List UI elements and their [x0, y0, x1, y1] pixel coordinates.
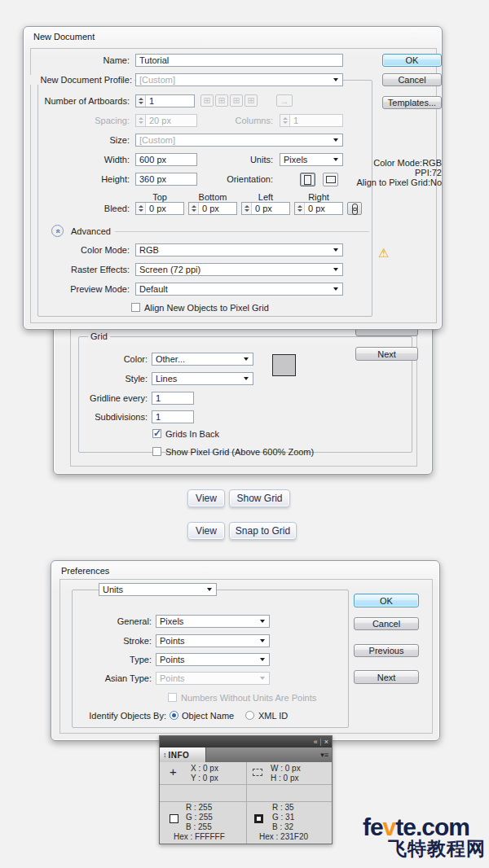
name-input[interactable]: Tutorial	[135, 54, 343, 67]
tab-info[interactable]: ↕ INFO	[160, 747, 206, 762]
arrange-row-icon[interactable]: ⊞	[230, 94, 243, 107]
arrange-grid-column-icon[interactable]: ⊞	[215, 94, 228, 107]
grid-style-dropdown[interactable]: Lines	[152, 372, 253, 385]
watermark-accent: v	[383, 813, 396, 840]
show-pixel-grid-checkbox[interactable]	[152, 447, 161, 456]
view-menu-button-1[interactable]: View	[187, 489, 225, 507]
gridline-every-input[interactable]: 1	[152, 392, 194, 405]
object-name-label: Object Name	[182, 711, 234, 721]
spinner-icon	[280, 115, 290, 126]
size-dropdown[interactable]: [Custom]	[135, 134, 343, 147]
info-x-value: X : 0 px	[191, 764, 218, 773]
stroke-color-swatch[interactable]	[254, 814, 263, 823]
next-button[interactable]: Next	[355, 347, 418, 361]
align-pixel-grid-checkbox[interactable]	[131, 303, 140, 312]
type-dropdown[interactable]: Points	[156, 653, 270, 666]
fill-b-value: B : 255	[186, 822, 212, 831]
artboards-label: Number of Artboards:	[30, 96, 130, 106]
general-value: Pixels	[156, 616, 260, 626]
bleed-bottom-value: 0 px	[199, 204, 236, 213]
grid-color-value: Other...	[152, 354, 244, 364]
info-column-divider	[246, 762, 247, 844]
preferences-next-button[interactable]: Next	[354, 670, 419, 684]
grids-in-back-checkbox[interactable]	[152, 429, 161, 438]
summary-color-mode: Color Mode:RGB	[284, 158, 442, 168]
cancel-button[interactable]: Cancel	[382, 73, 442, 86]
grid-color-swatch[interactable]	[272, 354, 296, 376]
info-panel-body: + X : 0 px Y : 0 px W : 0 px H : 0 px R …	[160, 762, 332, 844]
bleed-bottom-input[interactable]: 0 px	[188, 202, 237, 215]
columns-input: 1	[280, 114, 343, 127]
size-value: [Custom]	[136, 135, 333, 145]
orientation-label: Orientation:	[187, 174, 273, 184]
chevron-down-icon	[260, 620, 265, 623]
bleed-left-input[interactable]: 0 px	[241, 202, 290, 215]
templates-button[interactable]: Templates...	[382, 96, 442, 109]
color-mode-dropdown[interactable]: RGB	[135, 243, 343, 256]
snap-to-grid-menu-button[interactable]: Snap to Grid	[229, 522, 297, 540]
double-chevron-up-icon: «	[54, 229, 62, 234]
chevron-down-icon	[207, 588, 212, 591]
document-summary: Color Mode:RGB PPI:72 Align to Pixel Gri…	[284, 158, 442, 187]
grid-color-dropdown[interactable]: Other...	[152, 353, 253, 366]
profile-dropdown[interactable]: [Custom]	[135, 73, 343, 86]
subdivisions-input[interactable]: 1	[152, 410, 194, 423]
fill-r-value: R : 255	[186, 803, 212, 812]
preferences-ok-button[interactable]: OK	[354, 594, 419, 607]
info-panel-titlebar: « ×	[160, 736, 332, 747]
grid-style-label: Style:	[86, 374, 148, 384]
preview-mode-dropdown[interactable]: Default	[135, 283, 343, 296]
bleed-right-input[interactable]: 0 px	[294, 202, 343, 215]
preview-mode-value: Default	[136, 284, 333, 294]
chevron-down-icon	[260, 677, 265, 680]
panel-collapse-arrows-icon: ↕	[163, 751, 167, 759]
bleed-right-value: 0 px	[305, 204, 342, 213]
advanced-divider	[115, 231, 369, 232]
stroke-hex-value: Hex : 231F20	[259, 832, 308, 841]
info-y-value: Y : 0 px	[191, 774, 218, 783]
screenshot-canvas: Grid Color: Other... Style: Lines Gridli…	[0, 0, 489, 868]
object-name-radio[interactable]	[170, 711, 178, 720]
advanced-collapse-button[interactable]: «	[51, 225, 64, 237]
raster-effects-dropdown[interactable]: Screen (72 ppi)	[135, 263, 343, 276]
name-value: Tutorial	[136, 55, 342, 65]
titlebar-divider	[320, 739, 321, 746]
advanced-label: Advanced	[71, 226, 111, 236]
collapse-panel-icon[interactable]: «	[314, 738, 317, 746]
preferences-previous-button[interactable]: Previous	[354, 644, 419, 657]
preview-mode-label: Preview Mode:	[30, 284, 130, 294]
artboards-input[interactable]: 1	[135, 94, 195, 107]
grid-preferences-dialog: Grid Color: Other... Style: Lines Gridli…	[53, 318, 433, 475]
subdivisions-label: Subdivisions:	[70, 412, 148, 422]
view-menu-button-2[interactable]: View	[187, 522, 225, 540]
arrange-column-icon[interactable]: ⊞	[244, 94, 258, 107]
layout-direction-arrow-icon[interactable]: →	[276, 94, 293, 107]
arrange-grid-row-icon[interactable]: ⊞	[200, 94, 214, 107]
name-label: Name:	[30, 55, 130, 65]
preferences-section-value: Units	[99, 585, 207, 594]
show-grid-menu-button[interactable]: Show Grid	[229, 489, 290, 507]
panel-menu-icon[interactable]: ▾≡	[320, 751, 328, 759]
bleed-link-button[interactable]	[347, 202, 362, 215]
general-dropdown[interactable]: Pixels	[156, 615, 270, 628]
close-icon[interactable]: ×	[324, 738, 328, 746]
align-pixel-grid-label: Align New Objects to Pixel Grid	[144, 303, 269, 313]
preferences-cancel-button[interactable]: Cancel	[354, 617, 419, 630]
color-mode-label: Color Mode:	[30, 245, 130, 255]
fill-color-swatch[interactable]	[170, 814, 178, 823]
bleed-col-top: Top	[135, 192, 184, 202]
chevron-down-icon	[333, 248, 338, 252]
new-document-title: New Document	[33, 32, 95, 42]
fill-hex-value: Hex : FFFFFF	[174, 832, 225, 841]
chevron-down-icon	[260, 639, 265, 642]
bleed-top-input[interactable]: 0 px	[135, 202, 184, 215]
stroke-r-value: R : 35	[272, 803, 294, 812]
stroke-g-value: G : 31	[272, 813, 294, 822]
show-pixel-grid-label: Show Pixel Grid (Above 600% Zoom)	[165, 447, 314, 457]
ok-button[interactable]: OK	[382, 54, 442, 67]
chevron-down-icon	[260, 658, 265, 661]
xml-id-radio[interactable]	[245, 711, 254, 720]
stroke-dropdown[interactable]: Points	[156, 634, 270, 647]
preferences-section-dropdown[interactable]: Units	[99, 583, 217, 596]
watermark-domain: fevte.com	[308, 816, 487, 838]
